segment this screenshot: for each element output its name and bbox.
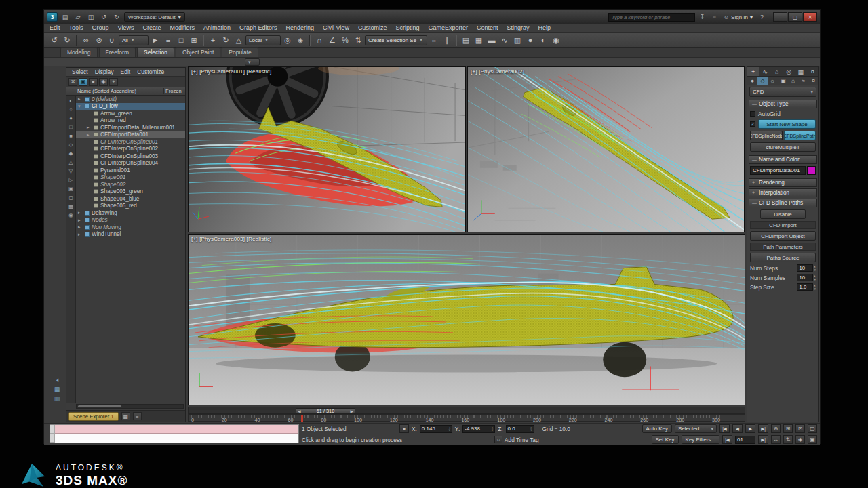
object-color-swatch[interactable] <box>807 166 816 175</box>
menu-group[interactable]: Group <box>92 24 109 31</box>
open-file-icon[interactable]: ▱ <box>73 12 83 22</box>
sign-in-button[interactable]: ☺ Sign In ▾ <box>722 14 755 20</box>
use-pivot-center-icon[interactable]: ◎ <box>281 35 294 46</box>
cat-helpers-icon[interactable]: ⌂ <box>788 77 798 85</box>
pick-icon[interactable]: ◈ <box>99 78 108 86</box>
time-slider-track[interactable]: ◀ 61 / 310 ▶ <box>188 407 745 414</box>
tab-display[interactable]: ▦ <box>795 67 807 76</box>
zoom-extents-icon[interactable]: ⊡ <box>795 424 805 433</box>
save-file-icon[interactable]: ◫ <box>85 12 96 22</box>
select-link-icon[interactable]: ∞ <box>80 35 92 46</box>
cfd-spline-path-button[interactable]: CFDSplinePath <box>784 131 816 140</box>
se-menu-display[interactable]: Display <box>95 68 114 75</box>
maxscript-mini-listener[interactable] <box>50 424 299 443</box>
chevron-right-icon[interactable]: ▸ <box>78 210 83 216</box>
select-move-icon[interactable]: + <box>207 35 219 46</box>
next-key-icon[interactable]: ▶| <box>758 435 768 444</box>
filter-icon[interactable]: ■ <box>67 132 75 139</box>
menu-create[interactable]: Create <box>142 24 161 31</box>
zoom-icon[interactable]: ⊕ <box>771 424 781 433</box>
key-selection-dropdown[interactable]: Selected ▾ <box>675 424 717 433</box>
disable-button[interactable]: Disable <box>760 209 806 219</box>
menu-stingray[interactable]: Stingray <box>507 24 529 31</box>
list-item[interactable]: ▸DeltaWing <box>76 209 185 217</box>
ribbon-toggle-icon[interactable]: ▬ <box>486 35 498 46</box>
filter-icon[interactable]: ◆ <box>67 150 75 157</box>
angle-snap-icon[interactable]: ∠ <box>326 35 338 46</box>
column-frozen[interactable]: Frozen <box>163 88 185 94</box>
menu-rendering[interactable]: Rendering <box>286 24 315 31</box>
find-filter-icon[interactable]: ▣ <box>79 78 87 86</box>
filter-icon[interactable]: ▦ <box>67 203 75 209</box>
menu-views[interactable]: Views <box>118 24 134 31</box>
menu-graph-editors[interactable]: Graph Editors <box>239 24 277 31</box>
select-object-icon[interactable]: ► <box>149 35 161 46</box>
track-bar[interactable]: 020 4060 80100 120140 160180 200220 2402… <box>188 414 745 422</box>
minimize-button[interactable]: — <box>773 12 787 22</box>
rollout-name-and-color[interactable]: — Name and Color <box>749 155 817 164</box>
maximize-button[interactable]: ▢ <box>788 12 802 22</box>
redo-icon[interactable]: ↻ <box>111 12 122 22</box>
search-input[interactable] <box>608 13 695 22</box>
go-to-end-icon[interactable]: ▶| <box>758 424 768 433</box>
rollout-cfd-spline-paths[interactable]: — CFD Spline Paths <box>749 199 817 207</box>
docked-panel-icon[interactable]: ▥ <box>54 395 60 402</box>
num-steps-stepper[interactable]: 10 ▾▾ <box>797 264 816 272</box>
listener-macro-pane[interactable] <box>55 425 298 434</box>
align-icon[interactable]: ∥ <box>441 35 453 46</box>
viewport-bottom[interactable]: [+] [PhysCamera003] [Realistic] <box>188 234 745 405</box>
add-icon[interactable]: + <box>109 78 118 86</box>
tab-freeform[interactable]: Freeform <box>99 47 136 57</box>
menu-tools[interactable]: Tools <box>69 24 83 31</box>
column-headers[interactable]: Name (Sorted Ascending) Frozen <box>66 87 185 96</box>
autogrid-checkbox[interactable]: AutoGrid <box>750 110 816 117</box>
list-item[interactable]: ▸0 (default) <box>76 96 185 103</box>
chevron-right-icon[interactable]: ▸ <box>78 96 83 102</box>
viewport-top-left[interactable]: [+] [PhysCamera001] [Realistic] <box>188 66 466 232</box>
chevron-right-icon[interactable]: ▸ <box>87 132 92 138</box>
pan-icon[interactable]: ↔ <box>771 435 781 444</box>
undo-icon[interactable]: ↺ <box>48 35 60 46</box>
bind-spacewarp-icon[interactable]: ∪ <box>106 35 118 46</box>
filter-icon[interactable]: ▣ <box>67 185 75 192</box>
tab-modify[interactable]: ∿ <box>760 67 772 76</box>
list-item[interactable]: ▸CFDImportData_Millenium001 <box>76 124 185 131</box>
curve-editor-icon[interactable]: ∿ <box>498 35 511 46</box>
current-frame-field[interactable]: 61 <box>735 436 755 444</box>
se-menu-customize[interactable]: Customize <box>137 68 164 75</box>
cat-spacewarps-icon[interactable]: ≈ <box>798 77 808 85</box>
filter-icon[interactable]: ◉ <box>67 211 75 218</box>
tab-motion[interactable]: ◎ <box>783 67 795 76</box>
list-item[interactable]: Shape003_green <box>76 188 185 196</box>
scrollbar-thumb[interactable] <box>78 405 121 407</box>
download-icon[interactable]: ↧ <box>697 13 707 22</box>
filter-icon[interactable]: ▷ <box>67 176 75 183</box>
selection-filter-dropdown[interactable]: All ▾ <box>119 35 149 45</box>
collapse-left-icon[interactable]: ◂ <box>56 376 59 383</box>
tab-object-paint[interactable]: Object Paint <box>176 47 220 57</box>
docked-panel-icon[interactable]: ▦ <box>54 386 60 392</box>
paths-source-button[interactable]: Paths Source <box>750 253 816 262</box>
key-filters-button[interactable]: Key Filters... <box>682 435 719 444</box>
scene-explorer-toggle-icon[interactable]: ▤ <box>460 35 472 46</box>
list-item[interactable]: CFDInterpOnSpline001 <box>76 138 185 146</box>
viewport-label[interactable]: [+] [PhysCamera001] [Realistic] <box>191 68 271 75</box>
grid-view-icon[interactable]: ▦ <box>121 412 130 420</box>
listener-script-pane[interactable] <box>55 434 298 443</box>
list-item[interactable]: Shape004_blue <box>76 195 185 203</box>
material-editor-icon[interactable]: ● <box>524 35 536 46</box>
menu-gameexporter[interactable]: GameExporter <box>428 24 468 31</box>
select-rotate-icon[interactable]: ↻ <box>220 35 232 46</box>
named-selection-sets-field[interactable]: Create Selection Se ▾ <box>365 35 427 45</box>
list-item[interactable]: CFDInterpOnSpline004 <box>76 160 185 167</box>
zoom-all-icon[interactable]: ⊞ <box>783 424 793 433</box>
clear-search-icon[interactable]: ✕ <box>68 78 77 86</box>
filter-icon[interactable]: ◇ <box>67 141 75 148</box>
chevron-right-icon[interactable]: ▸ <box>87 125 92 130</box>
start-new-shape-button[interactable]: Start New Shape <box>758 119 816 129</box>
menu-customize[interactable]: Customize <box>358 24 387 31</box>
filter-icon[interactable]: ● <box>67 115 75 121</box>
communication-center-icon[interactable]: ≡ <box>709 13 719 22</box>
list-item[interactable]: Shape002 <box>76 181 185 188</box>
undo-icon[interactable]: ↺ <box>98 12 109 22</box>
